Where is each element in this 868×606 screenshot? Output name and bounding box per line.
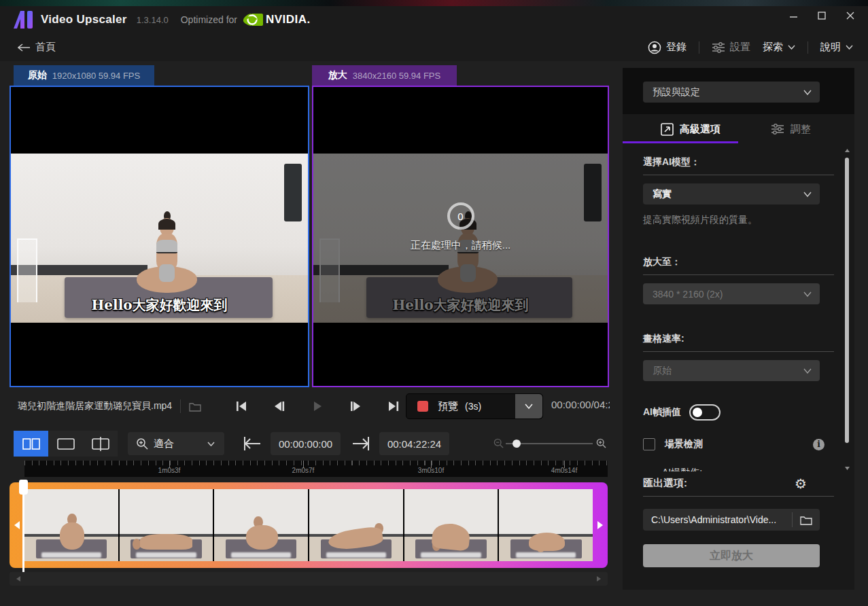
preview-dropdown-button[interactable] (515, 394, 542, 418)
back-home-button[interactable]: 首頁 (18, 41, 56, 54)
tab-adjust[interactable]: 調整 (771, 114, 811, 144)
timeline-thumbnail[interactable] (309, 489, 404, 561)
slider-knob[interactable] (513, 440, 521, 448)
scroll-right-arrow[interactable] (594, 574, 604, 584)
upscaled-video-tab[interactable]: 放大 3840x2160 59.94 FPS (312, 65, 457, 86)
upscaled-video-panel[interactable]: Hello大家好歡迎來到 0 正在處理中，請稍候... (312, 86, 609, 387)
timeline-thumbnail[interactable] (404, 489, 500, 561)
framerate-label: 畫格速率: (643, 333, 854, 345)
preset-value: 預設與設定 (653, 86, 700, 99)
mark-out-icon[interactable] (352, 436, 370, 451)
open-folder-icon[interactable] (189, 402, 201, 412)
explore-menu[interactable]: 探索 (763, 41, 795, 54)
mark-in-icon[interactable] (243, 436, 261, 451)
help-label: 說明 (820, 41, 841, 54)
previous-frame-button[interactable] (272, 399, 287, 414)
user-icon (648, 41, 661, 54)
scene-detection-checkbox[interactable] (643, 438, 655, 450)
zoom-out-icon[interactable] (493, 438, 504, 448)
zoom-fit-dropdown[interactable]: 適合 (128, 432, 224, 455)
preview-label: 預覽 (438, 400, 458, 413)
next-frame-button[interactable] (348, 399, 363, 414)
ai-model-dropdown[interactable]: 寫實 (643, 183, 820, 204)
playhead-handle[interactable] (19, 480, 28, 495)
ai-interpolation-toggle[interactable] (689, 404, 721, 421)
gear-icon[interactable]: ⚙ (795, 476, 807, 492)
original-video-tab[interactable]: 原始 1920x1080 59.94 FPS (14, 65, 154, 86)
original-video-panel[interactable]: Hello大家好歡迎來到 (10, 86, 309, 387)
timeline-strip[interactable] (10, 482, 608, 568)
view-side-by-side-button[interactable] (14, 431, 48, 457)
in-time-input[interactable]: 00:00:00:00 (271, 432, 341, 455)
nav-row: 首頁 登錄 設置 探索 (0, 33, 868, 61)
maximize-button[interactable] (816, 10, 827, 21)
upscale-now-button[interactable]: 立即放大 (643, 544, 820, 567)
framerate-dropdown[interactable]: 原始 (643, 360, 820, 381)
scene-easel (17, 238, 38, 303)
ai-interpolation-row: AI幀插值 (643, 404, 854, 421)
playhead[interactable] (19, 480, 28, 583)
ai-model-value: 寫實 (653, 188, 672, 200)
preset-dropdown[interactable]: 預設與設定 (643, 82, 820, 103)
title-bar: Video Upscaler 1.3.14.0 Optimized for NV… (0, 6, 868, 33)
chevron-down-icon (803, 368, 812, 374)
minimize-button[interactable] (788, 10, 799, 21)
login-button[interactable]: 登錄 (648, 41, 687, 54)
sliders-icon (771, 123, 784, 135)
browse-folder-button[interactable] (793, 509, 820, 531)
video-subtitle: Hello大家好歡迎來到 (11, 296, 308, 315)
scrollbar-thumb[interactable] (845, 158, 849, 443)
close-button[interactable] (845, 10, 856, 21)
sidebar-footer: 匯出選項: ⚙ C:\Users\Administrator\Vide... 立… (623, 471, 854, 567)
skip-end-button[interactable] (386, 399, 401, 414)
tab-adjust-label: 調整 (791, 123, 811, 136)
scrollbar-up-arrow[interactable] (844, 147, 850, 154)
sidebar-tabs: 高級選項 調整 (623, 114, 854, 144)
timeline-zoom-slider[interactable] (493, 438, 606, 449)
scroll-left-arrow[interactable] (14, 574, 23, 584)
info-icon[interactable]: i (813, 439, 824, 450)
nav-separator (699, 41, 699, 54)
tab-advanced-options[interactable]: 高級選項 (661, 114, 721, 144)
timeline-scrollbar[interactable] (10, 572, 608, 586)
scale-dropdown[interactable]: 3840 * 2160 (2x) (643, 283, 820, 304)
transport-controls (234, 393, 401, 420)
chevron-down-icon (803, 192, 812, 197)
back-home-label: 首頁 (35, 41, 56, 54)
zoom-in-magnifier-icon (136, 438, 148, 450)
timeline-thumbnail[interactable] (499, 489, 593, 561)
output-path-value[interactable]: C:\Users\Administrator\Vide... (643, 509, 792, 531)
skip-start-button[interactable] (234, 399, 249, 414)
chevron-down-icon (803, 291, 812, 297)
sidebar-scrollbar[interactable] (844, 147, 850, 471)
explore-label: 探索 (763, 41, 783, 54)
help-menu[interactable]: 說明 (820, 41, 853, 54)
trim-end-handle[interactable] (593, 482, 608, 568)
scene-detection-row: 場景檢測 i (643, 438, 834, 450)
scrollbar-down-arrow[interactable] (844, 465, 850, 471)
view-single-button[interactable] (48, 431, 83, 457)
app-title: Video Upscaler (41, 13, 127, 26)
app-version: 1.3.14.0 (137, 15, 169, 25)
zoom-in-icon[interactable] (596, 438, 606, 448)
separator (643, 351, 834, 352)
play-button[interactable] (310, 399, 325, 414)
original-tag: 原始 (28, 69, 47, 82)
view-split-slider-button[interactable] (83, 431, 118, 457)
scene-person (147, 218, 186, 296)
chevron-down-icon (846, 45, 853, 50)
scale-value: 3840 * 2160 (2x) (653, 289, 723, 300)
settings-button[interactable]: 設置 (712, 41, 750, 54)
output-path-row: C:\Users\Administrator\Vide... (643, 509, 820, 531)
window-controls (788, 10, 856, 21)
preview-button[interactable]: 預覽 (3s) (406, 393, 543, 419)
timeline-ruler[interactable]: 1m0s3f 2m0s7f 3m0s10f 4m0s14f (24, 461, 608, 477)
timeline-thumbnail[interactable] (120, 489, 215, 561)
out-time-input[interactable]: 00:04:22:24 (379, 432, 449, 455)
divider (180, 399, 181, 413)
timeline-thumbnail[interactable] (214, 489, 309, 561)
expand-icon (661, 123, 674, 136)
nav-separator (808, 41, 808, 54)
timeline-thumbnail[interactable] (24, 489, 120, 561)
back-arrow-icon (18, 43, 30, 52)
